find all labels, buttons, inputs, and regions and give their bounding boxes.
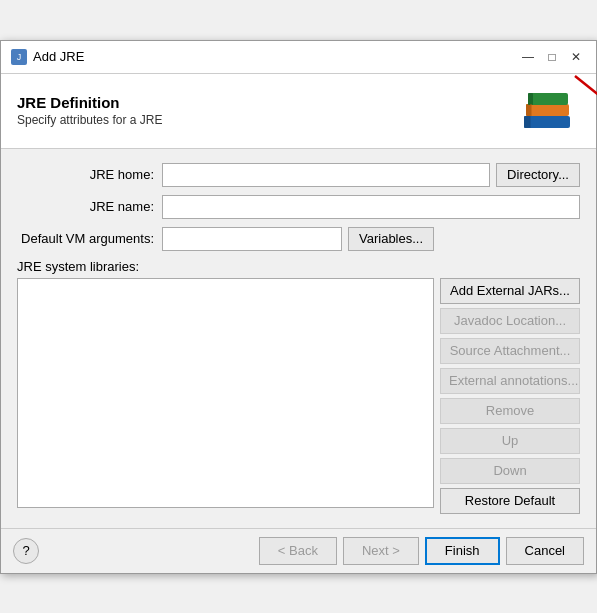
svg-rect-0: [524, 116, 570, 128]
back-button[interactable]: < Back: [259, 537, 337, 565]
jre-name-label: JRE name:: [17, 199, 162, 214]
title-bar-controls: — □ ✕: [518, 47, 586, 67]
external-annotations-button[interactable]: External annotations...: [440, 368, 580, 394]
title-bar: J Add JRE — □ ✕: [1, 41, 596, 74]
down-button[interactable]: Down: [440, 458, 580, 484]
javadoc-location-button[interactable]: Javadoc Location...: [440, 308, 580, 334]
finish-button[interactable]: Finish: [425, 537, 500, 565]
jre-home-input[interactable]: [162, 163, 490, 187]
header-text: JRE Definition Specify attributes for a …: [17, 94, 162, 127]
jre-name-row: JRE name:: [17, 195, 580, 219]
header-title: JRE Definition: [17, 94, 162, 111]
title-bar-left: J Add JRE: [11, 49, 84, 65]
libraries-section: JRE system libraries: Add External JARs.…: [17, 259, 580, 514]
libraries-buttons: Add External JARs... Javadoc Location...…: [440, 278, 580, 514]
jre-home-row: JRE home: Directory...: [17, 163, 580, 187]
header-section: JRE Definition Specify attributes for a …: [1, 74, 596, 149]
svg-line-10: [575, 76, 597, 116]
close-button[interactable]: ✕: [566, 47, 586, 67]
window-icon: J: [11, 49, 27, 65]
jre-name-input[interactable]: [162, 195, 580, 219]
next-button[interactable]: Next >: [343, 537, 419, 565]
default-vm-row: Default VM arguments: Variables...: [17, 227, 580, 251]
svg-rect-1: [524, 116, 530, 128]
jre-home-label: JRE home:: [17, 167, 162, 182]
libraries-list[interactable]: [17, 278, 434, 508]
footer: ? < Back Next > Finish Cancel: [1, 528, 596, 573]
help-button[interactable]: ?: [13, 538, 39, 564]
add-jre-window: J Add JRE — □ ✕ JRE Definition Specify a…: [0, 40, 597, 574]
remove-button[interactable]: Remove: [440, 398, 580, 424]
svg-rect-4: [528, 93, 568, 105]
book-stack-icon: [520, 86, 575, 134]
maximize-button[interactable]: □: [542, 47, 562, 67]
cancel-button[interactable]: Cancel: [506, 537, 584, 565]
content-area: JRE home: Directory... JRE name: Default…: [1, 149, 596, 528]
footer-buttons: < Back Next > Finish Cancel: [259, 537, 584, 565]
minimize-button[interactable]: —: [518, 47, 538, 67]
window-title: Add JRE: [33, 49, 84, 64]
libraries-label: JRE system libraries:: [17, 259, 580, 274]
default-vm-label: Default VM arguments:: [17, 231, 162, 246]
header-icon-area: [520, 86, 580, 136]
up-button[interactable]: Up: [440, 428, 580, 454]
footer-left: ?: [13, 538, 39, 564]
add-external-jars-button[interactable]: Add External JARs...: [440, 278, 580, 304]
default-vm-input[interactable]: [162, 227, 342, 251]
svg-rect-2: [526, 104, 569, 116]
directory-button[interactable]: Directory...: [496, 163, 580, 187]
libraries-row: Add External JARs... Javadoc Location...…: [17, 278, 580, 514]
source-attachment-button[interactable]: Source Attachment...: [440, 338, 580, 364]
variables-button[interactable]: Variables...: [348, 227, 434, 251]
header-subtitle: Specify attributes for a JRE: [17, 113, 162, 127]
restore-default-button[interactable]: Restore Default: [440, 488, 580, 514]
svg-rect-3: [526, 104, 531, 116]
